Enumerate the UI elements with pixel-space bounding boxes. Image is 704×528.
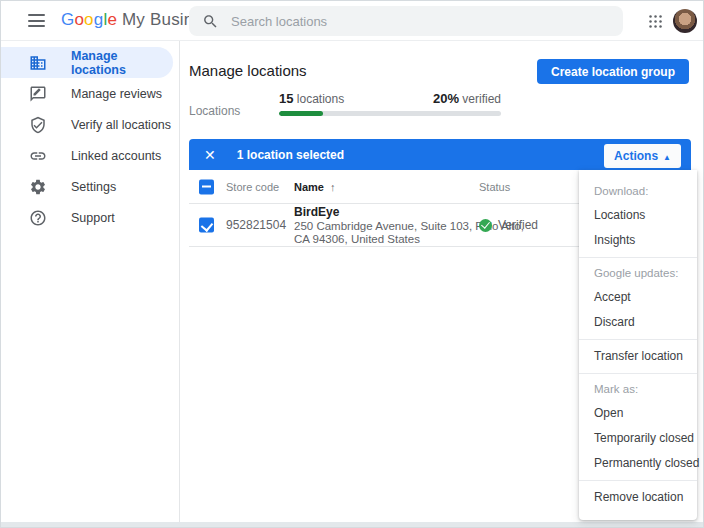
gear-icon (29, 178, 47, 196)
store-code-cell: 952821504 (226, 218, 286, 232)
hamburger-menu-icon[interactable] (28, 14, 45, 27)
sidebar-item-label: Manage reviews (71, 87, 162, 101)
select-all-checkbox[interactable] (199, 179, 214, 194)
close-icon[interactable]: ✕ (204, 148, 216, 162)
menu-group-transfer: Transfer location (579, 339, 697, 373)
menu-section-header: Mark as: (579, 378, 697, 401)
selection-count-text: 1 location selected (237, 148, 344, 162)
verified-check-icon (479, 219, 492, 232)
menu-item-transfer-location[interactable]: Transfer location (579, 344, 697, 369)
sort-ascending-icon: ↑ (330, 181, 336, 193)
page-title: Manage locations (189, 62, 307, 79)
row-checkbox[interactable] (199, 218, 214, 233)
search-input[interactable] (231, 14, 591, 29)
menu-item-temporarily-closed[interactable]: Temporarily closed (579, 426, 697, 451)
google-apps-grid-icon[interactable] (648, 14, 663, 29)
sidebar-item-support[interactable]: Support (1, 202, 179, 233)
menu-group-download: Download: Locations Insights (579, 176, 697, 257)
main-content: Manage locations Create location group L… (181, 41, 703, 522)
menu-item-open[interactable]: Open (579, 401, 697, 426)
top-app-bar: Google My Business (1, 1, 703, 41)
search-icon (202, 13, 219, 30)
locations-progress-label: Locations (189, 104, 240, 118)
app-window: Google My Business Manage locations Mana… (0, 0, 704, 528)
locations-progress: 15 locations 20% verified (279, 91, 501, 116)
location-name: BirdEye (294, 205, 524, 219)
sidebar-item-manage-reviews[interactable]: Manage reviews (1, 78, 179, 109)
menu-group-google-updates: Google updates: Accept Discard (579, 257, 697, 339)
search-bar[interactable] (189, 6, 623, 36)
menu-group-mark-as: Mark as: Open Temporarily closed Permane… (579, 373, 697, 480)
selection-bar: ✕ 1 location selected Actions▲ (189, 139, 691, 170)
account-avatar[interactable] (673, 9, 697, 33)
help-icon (29, 209, 47, 227)
bottom-edge-strip (1, 522, 703, 527)
menu-item-permanently-closed[interactable]: Permanently closed (579, 451, 697, 476)
sidebar-item-label: Manage locations (71, 49, 173, 77)
status-text: Verified (498, 218, 538, 232)
sidebar-item-label: Support (71, 211, 115, 225)
status-cell: Verified (479, 218, 538, 232)
google-logo-wordmark: Google (61, 10, 117, 29)
sidebar-item-settings[interactable]: Settings (1, 171, 179, 202)
review-bubble-icon (29, 85, 47, 103)
menu-item-locations[interactable]: Locations (579, 203, 697, 228)
sidebar-item-verify-all-locations[interactable]: Verify all locations (1, 109, 179, 140)
progress-fill (279, 111, 323, 116)
sidebar-nav: Manage locations Manage reviews Verify a… (1, 41, 180, 522)
actions-button[interactable]: Actions▲ (604, 144, 681, 168)
column-header-status[interactable]: Status (479, 181, 510, 193)
sidebar-item-linked-accounts[interactable]: Linked accounts (1, 140, 179, 171)
link-icon (29, 147, 47, 165)
menu-section-header: Download: (579, 180, 697, 203)
menu-section-header: Google updates: (579, 262, 697, 285)
create-location-group-button[interactable]: Create location group (537, 59, 689, 84)
column-header-store-code[interactable]: Store code (226, 181, 279, 193)
shield-check-icon (29, 116, 47, 134)
sidebar-item-label: Settings (71, 180, 116, 194)
menu-group-remove: Remove location (579, 480, 697, 514)
sidebar-item-manage-locations[interactable]: Manage locations (1, 47, 173, 78)
locations-count: 15 locations (279, 91, 344, 106)
menu-item-discard[interactable]: Discard (579, 310, 697, 335)
locations-building-icon (29, 54, 47, 72)
caret-up-icon: ▲ (663, 153, 671, 162)
actions-dropdown-menu: Download: Locations Insights Google upda… (579, 170, 697, 520)
sidebar-item-label: Verify all locations (71, 118, 171, 132)
sidebar-item-label: Linked accounts (71, 149, 161, 163)
menu-item-remove-location[interactable]: Remove location (579, 485, 697, 510)
menu-item-accept[interactable]: Accept (579, 285, 697, 310)
menu-item-insights[interactable]: Insights (579, 228, 697, 253)
verified-percent: 20% verified (433, 91, 501, 106)
progress-track (279, 111, 501, 116)
column-header-name[interactable]: Name↑ (294, 181, 335, 193)
